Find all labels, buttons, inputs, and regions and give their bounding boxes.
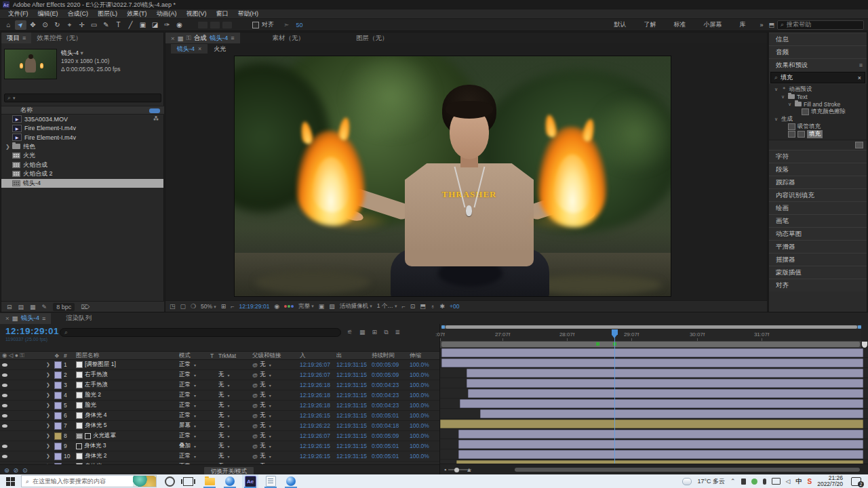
trkmat-header[interactable]: TrkMat: [218, 352, 252, 359]
in-value[interactable]: 12:19:26:07: [300, 371, 336, 378]
out-header[interactable]: 出: [336, 352, 372, 360]
zoom-in-icon[interactable]: ▲: [466, 466, 472, 473]
visibility-toggle[interactable]: [2, 455, 7, 458]
motion-blur-icon[interactable]: ≣: [395, 329, 401, 336]
layer-duration-bar[interactable]: [440, 420, 863, 428]
label-color-chip[interactable]: [54, 453, 62, 460]
camera-tool[interactable]: ⌖: [64, 20, 75, 30]
taskbar-search-input[interactable]: ⌕ 在这里输入你要搜索的内容: [21, 475, 157, 487]
scroll-cap-left[interactable]: [441, 325, 445, 329]
visibility-toggle[interactable]: [2, 424, 7, 428]
layer-name[interactable]: [调整图层 1]: [76, 361, 179, 369]
layer-duration-bar[interactable]: [441, 359, 863, 367]
tree-item[interactable]: 填充颜色擦除: [772, 108, 867, 115]
expand-arrow[interactable]: ❯: [46, 392, 54, 398]
expand-arrow[interactable]: ❯: [46, 453, 54, 459]
help-search-input[interactable]: ⌕ 搜索帮助: [777, 20, 864, 30]
stretch-value[interactable]: 100.0%: [410, 392, 437, 399]
panel-8[interactable]: 摇摆器: [769, 253, 867, 266]
expand-arrow[interactable]: ❯: [46, 403, 54, 408]
layer-duration-bar[interactable]: [468, 389, 863, 398]
volume-icon[interactable]: ◁: [786, 478, 791, 485]
panel-7[interactable]: 平滑器: [769, 240, 867, 253]
stretch-value[interactable]: 100.0%: [410, 382, 437, 388]
in-header[interactable]: 入: [300, 352, 336, 360]
project-settings-icon[interactable]: ✎: [42, 304, 47, 310]
zoom-level-select[interactable]: 50%▾: [201, 303, 216, 310]
channels-icon[interactable]: [284, 305, 294, 308]
panel-effects-presets[interactable]: 效果和预设 ≡: [769, 58, 867, 71]
tree-item[interactable]: ∨生成: [772, 115, 867, 123]
viewer-timecode[interactable]: 12:19:29:01: [239, 303, 269, 310]
layer-duration-bar[interactable]: [467, 369, 863, 378]
grid-guides-icon[interactable]: ⊞: [221, 303, 226, 310]
out-value[interactable]: 12:19:31:15: [336, 422, 372, 429]
trkmat-select[interactable]: 无▾: [218, 432, 252, 440]
visibility-toggle[interactable]: [2, 394, 7, 397]
bit-depth-button[interactable]: 8 bpc: [53, 303, 75, 311]
project-item-2[interactable]: ▶Fire Element-I.m4v: [1, 133, 164, 142]
brush-tool[interactable]: ╱: [125, 20, 136, 30]
stretch-value[interactable]: 100.0%: [410, 371, 437, 378]
panel-menu-icon[interactable]: ≡: [231, 35, 234, 41]
frame-blend-icon[interactable]: ⧉: [384, 329, 388, 336]
stretch-value[interactable]: 100.0%: [410, 453, 437, 460]
layer-name[interactable]: 脸光 2: [76, 391, 179, 399]
table-row[interactable]: ❯ 6 身体光 4 正常▾ 无▾ @ 无▾ 12:19:26:15 12:19:…: [0, 411, 439, 421]
tree-item[interactable]: ∨＊动画预设: [772, 85, 867, 93]
in-value[interactable]: 12:19:26:15: [300, 453, 336, 460]
pixel-aspect-icon[interactable]: ⌐: [401, 303, 405, 310]
trkmat-select[interactable]: 无▾: [218, 381, 252, 389]
table-row[interactable]: ❯ 5 脸光 正常▾ 无▾ @ 无▾ 12:19:26:18 12:19:31:…: [0, 401, 439, 411]
taskbar-app-browser2[interactable]: [283, 474, 299, 488]
layer-duration-bar[interactable]: [458, 430, 863, 439]
trkmat-select[interactable]: 无▾: [218, 401, 252, 409]
in-value[interactable]: 12:19:26:22: [300, 422, 336, 429]
project-item-5[interactable]: 火焰合成: [1, 161, 164, 170]
home-tool[interactable]: ⌂: [3, 20, 14, 30]
clear-search-icon[interactable]: ×: [858, 75, 861, 81]
duration-value[interactable]: 0:00:05:01: [372, 453, 410, 460]
in-value[interactable]: 12:19:26:15: [300, 412, 336, 419]
panel-6[interactable]: 动态草图: [769, 227, 867, 240]
table-row[interactable]: ❯ 10 身体光 2 正常▾ 无▾ @ 无▾ 12:19:26:15 12:19…: [0, 451, 439, 462]
expand-arrow[interactable]: ❯: [46, 433, 54, 439]
monitor-icon[interactable]: ▢: [180, 303, 186, 310]
tab-footage[interactable]: 素材（无）: [267, 33, 311, 43]
tab-project[interactable]: 项目 ≡: [1, 33, 31, 43]
timeline-horizontal-scrollbar[interactable]: [441, 325, 861, 329]
expand-transfer-controls-icon[interactable]: ⊘: [14, 467, 19, 474]
stretch-value[interactable]: 100.0%: [410, 432, 437, 439]
menu-item-0[interactable]: 文件(F): [4, 9, 33, 18]
work-area[interactable]: [441, 342, 860, 347]
workspace-overflow-button[interactable]: »: [754, 22, 768, 28]
workspace-tab-0[interactable]: 默认: [605, 20, 635, 29]
interpret-footage-icon[interactable]: ⊟: [7, 304, 12, 310]
visibility-toggle[interactable]: [2, 363, 7, 367]
tab-timeline-shot4[interactable]: × ▦ 镜头-4 ≡: [0, 313, 51, 324]
selection-tool[interactable]: ➤: [15, 20, 26, 30]
close-icon[interactable]: ×: [171, 35, 175, 42]
menu-item-3[interactable]: 图层(L): [94, 9, 121, 18]
label-color-chip[interactable]: [54, 422, 62, 430]
duration-value[interactable]: 0:00:04:18: [372, 422, 410, 429]
project-item-3[interactable]: ❯纯色: [1, 142, 164, 152]
pen-tool[interactable]: ✎: [100, 20, 112, 30]
av-features[interactable]: [0, 384, 38, 387]
stretch-value[interactable]: 100.0%: [410, 402, 437, 409]
project-item-0[interactable]: ▶335A0034.MOV⁂: [1, 115, 164, 124]
new-animation-preset-icon[interactable]: [855, 142, 863, 148]
trkmat-select[interactable]: 无▾: [218, 371, 252, 379]
layer-name[interactable]: 身体光 5: [76, 422, 179, 430]
parent-select[interactable]: @ 无▾: [252, 381, 300, 389]
project-item-4[interactable]: 火光: [1, 151, 164, 161]
blend-mode-select[interactable]: 屏幕▾: [179, 422, 210, 430]
menu-item-7[interactable]: 窗口: [212, 9, 233, 18]
table-row[interactable]: ❯ 3 左手热浪 正常▾ 无▾ @ 无▾ 12:19:26:18 12:19:3…: [0, 380, 439, 390]
workspace-tab-1[interactable]: 了解: [635, 20, 665, 29]
taskbar-clock[interactable]: 21:26 2022/7/20: [817, 475, 843, 487]
taskbar-app-explorer[interactable]: [201, 474, 218, 488]
duration-value[interactable]: 0:00:04:23: [372, 402, 410, 409]
timeline-button-icon[interactable]: ⬒: [420, 303, 426, 310]
av-features[interactable]: [0, 394, 38, 397]
